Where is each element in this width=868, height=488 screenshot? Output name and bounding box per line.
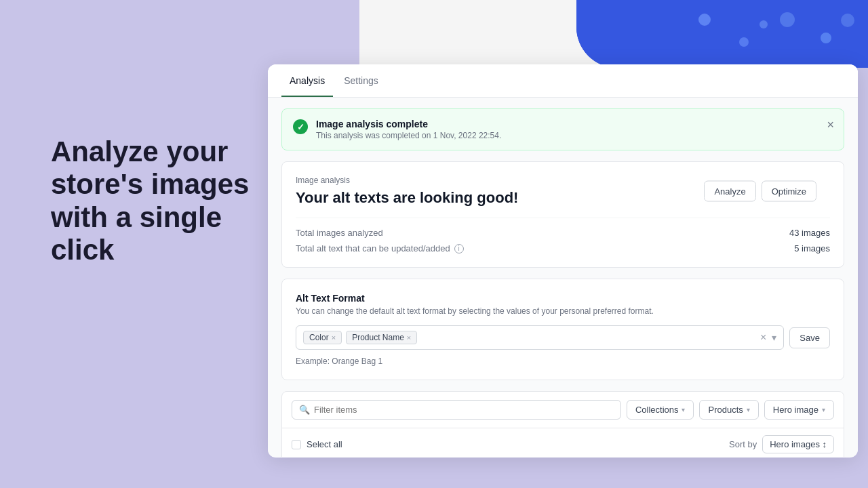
- search-input[interactable]: [314, 405, 614, 415]
- dot-5: [841, 14, 854, 27]
- dot-4: [821, 33, 831, 43]
- image-analysis-card: Image analysis Your alt texts are lookin…: [281, 161, 844, 268]
- optimize-button[interactable]: Optimize: [762, 181, 816, 202]
- headline-block: Analyze your store's images with a singl…: [51, 136, 268, 266]
- format-input-row: Color × Product Name × × ▾ Save: [296, 325, 830, 350]
- select-all-label: Select all: [307, 439, 342, 449]
- blue-corner-decoration: [576, 0, 868, 68]
- sort-controls: Sort by Hero images ↕: [729, 435, 834, 453]
- stat-label-analyzed: Total images analyzed: [296, 228, 383, 238]
- products-filter-button[interactable]: Products ▾: [699, 400, 758, 420]
- tab-bar: Analysis Settings: [268, 64, 858, 98]
- format-input-box[interactable]: Color × Product Name × × ▾: [296, 325, 784, 350]
- success-title: Image analysis complete: [316, 119, 501, 129]
- dot-6: [760, 20, 768, 28]
- stat-value-analyzed: 43 images: [789, 228, 830, 238]
- tag-color: Color ×: [303, 331, 342, 344]
- stats-row: Total images analyzed 43 images Total al…: [296, 218, 830, 253]
- info-icon[interactable]: i: [454, 244, 464, 253]
- products-chevron-icon: ▾: [747, 406, 750, 413]
- tag-product-name: Product Name ×: [346, 331, 417, 344]
- search-icon: 🔍: [299, 405, 310, 415]
- success-icon: [293, 119, 308, 134]
- tag-color-remove[interactable]: ×: [332, 333, 336, 342]
- format-example: Example: Orange Bag 1: [296, 357, 830, 366]
- dot-2: [739, 37, 749, 47]
- stat-total-analyzed: Total images analyzed 43 images: [296, 228, 830, 238]
- success-subtitle: This analysis was completed on 1 Nov, 20…: [316, 131, 501, 140]
- items-table-card: 🔍 Collections ▾ Products ▾ Hero image ▾: [281, 391, 844, 457]
- hero-image-chevron-icon: ▾: [822, 406, 825, 413]
- stat-value-updatable: 5 images: [794, 243, 830, 253]
- search-box[interactable]: 🔍: [292, 400, 621, 420]
- filter-row: 🔍 Collections ▾ Products ▾ Hero image ▾: [282, 392, 844, 428]
- tab-settings[interactable]: Settings: [336, 64, 387, 97]
- panel-content: Image analysis complete This analysis wa…: [268, 98, 858, 457]
- format-chevron-icon[interactable]: ▾: [772, 332, 776, 343]
- success-banner: Image analysis complete This analysis wa…: [281, 108, 844, 150]
- dot-1: [698, 14, 711, 26]
- card-actions: Analyze Optimize: [704, 181, 816, 202]
- format-description: You can change the default alt text form…: [296, 306, 830, 316]
- hero-image-filter-button[interactable]: Hero image ▾: [764, 400, 834, 420]
- close-banner-button[interactable]: ×: [827, 119, 834, 131]
- format-save-button[interactable]: Save: [789, 327, 830, 348]
- format-controls: × ▾: [757, 331, 776, 344]
- format-clear-button[interactable]: ×: [757, 331, 769, 344]
- tag-product-name-remove[interactable]: ×: [407, 333, 411, 342]
- analyze-button[interactable]: Analyze: [704, 181, 755, 202]
- stat-total-updatable: Total alt text that can be updated/added…: [296, 243, 830, 253]
- headline-text: Analyze your store's images with a singl…: [51, 136, 268, 266]
- tab-analysis[interactable]: Analysis: [281, 64, 333, 97]
- select-all-checkbox[interactable]: [292, 440, 301, 449]
- dot-3: [780, 12, 795, 27]
- main-panel: Analysis Settings Image analysis complet…: [268, 64, 858, 458]
- select-sort-row: Select all Sort by Hero images ↕: [282, 428, 844, 457]
- collections-filter-button[interactable]: Collections ▾: [627, 400, 694, 420]
- stat-label-updatable: Total alt text that can be updated/added…: [296, 243, 464, 253]
- sort-by-label: Sort by: [729, 439, 757, 449]
- select-all-row: Select all: [292, 439, 342, 449]
- collections-chevron-icon: ▾: [682, 406, 685, 413]
- format-title: Alt Text Format: [296, 293, 830, 304]
- success-text: Image analysis complete This analysis wa…: [316, 119, 501, 140]
- alt-text-format-card: Alt Text Format You can change the defau…: [281, 279, 844, 380]
- sort-button[interactable]: Hero images ↕: [762, 435, 834, 453]
